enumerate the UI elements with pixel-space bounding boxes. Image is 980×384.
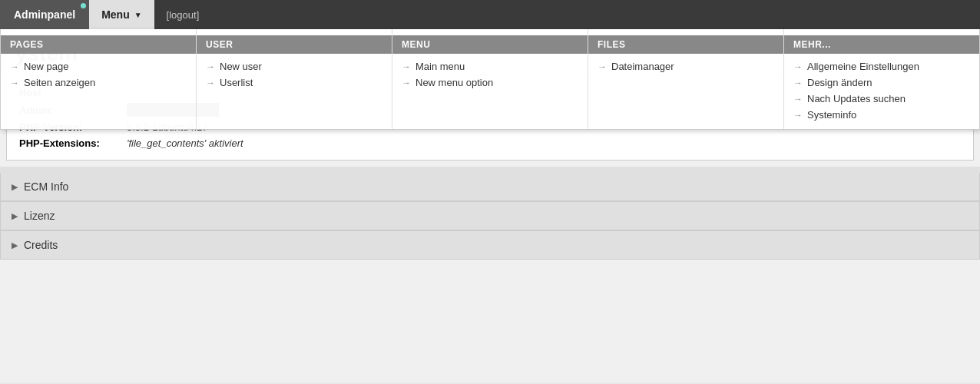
arrow-icon: → — [206, 78, 215, 88]
col-header-files: FILES — [588, 35, 783, 54]
arrow-icon: → — [402, 78, 411, 88]
menu-col-mehr: MEHR... → Allgemeine Einstellungen → Des… — [784, 29, 979, 129]
arrow-icon: → — [10, 78, 19, 88]
menu-item-design[interactable]: → Design ändern — [784, 74, 979, 91]
logout-label: [logout] — [167, 9, 200, 21]
lizenz-section[interactable]: ▶ Lizenz — [0, 201, 980, 230]
menu-item-dateimanager[interactable]: → Dateimanager — [588, 58, 783, 74]
ecm-info-section[interactable]: ▶ ECM Info — [0, 173, 980, 201]
menu-col-user: USER → New user → Userlist — [197, 29, 392, 129]
menu-item-updates[interactable]: → Nach Updates suchen — [784, 91, 979, 107]
menu-item-main-menu[interactable]: → Main menu — [392, 58, 588, 74]
menu-button[interactable]: Menu ▼ — [89, 0, 154, 29]
brand-label: Adminpanel — [0, 0, 89, 29]
menu-item-allgemeine[interactable]: → Allgemeine Einstellungen — [784, 58, 979, 74]
arrow-icon: → — [793, 78, 803, 88]
topbar: Adminpanel Menu ▼ [logout] — [0, 0, 980, 29]
col-header-pages: PAGES — [1, 35, 196, 54]
arrow-icon: → — [402, 61, 411, 72]
menu-item-userlist[interactable]: → Userlist — [197, 74, 392, 91]
credits-section[interactable]: ▶ Credits — [0, 230, 980, 260]
brand-text: Adminpanel — [14, 8, 75, 21]
menu-item-systeminfo[interactable]: → Systeminfo — [784, 107, 979, 123]
lizenz-label: Lizenz — [24, 210, 55, 222]
mega-menu: PAGES → New page → Seiten anzeigen USER … — [0, 29, 980, 130]
chevron-icon: ▶ — [12, 182, 18, 192]
col-header-user: USER — [197, 35, 392, 54]
ecm-info-label: ECM Info — [24, 180, 68, 193]
php-ext-label: PHP-Extensions: — [19, 137, 127, 149]
chevron-icon: ▶ — [12, 240, 18, 250]
menu-item-new-menu-option[interactable]: → New menu option — [392, 74, 588, 91]
logout-button[interactable]: [logout] — [154, 0, 212, 29]
menu-item-new-page[interactable]: → New page — [1, 58, 196, 74]
arrow-icon: → — [10, 61, 19, 72]
arrow-icon: → — [793, 94, 803, 104]
col-header-menu: MENU — [392, 35, 588, 54]
arrow-icon: → — [598, 61, 607, 72]
php-ext-row: PHP-Extensions: 'file_get_contents' akti… — [19, 137, 961, 149]
arrow-icon: → — [206, 61, 215, 72]
col-header-mehr: MEHR... — [784, 35, 979, 54]
menu-col-files: FILES → Dateimanager — [588, 29, 784, 129]
menu-arrow-icon: ▼ — [134, 11, 142, 19]
php-ext-value: 'file_get_contents' aktiviert — [127, 137, 243, 149]
credits-label: Credits — [24, 239, 58, 251]
menu-col-pages: PAGES → New page → Seiten anzeigen — [1, 29, 197, 129]
arrow-icon: → — [793, 61, 803, 72]
menu-label: Menu — [101, 8, 130, 21]
chevron-icon: ▶ — [12, 211, 18, 221]
menu-col-menu: MENU → Main menu → New menu option — [392, 29, 588, 129]
menu-item-seiten-anzeigen[interactable]: → Seiten anzeigen — [1, 74, 196, 91]
menu-item-new-user[interactable]: → New user — [197, 58, 392, 74]
arrow-icon: → — [793, 110, 803, 121]
